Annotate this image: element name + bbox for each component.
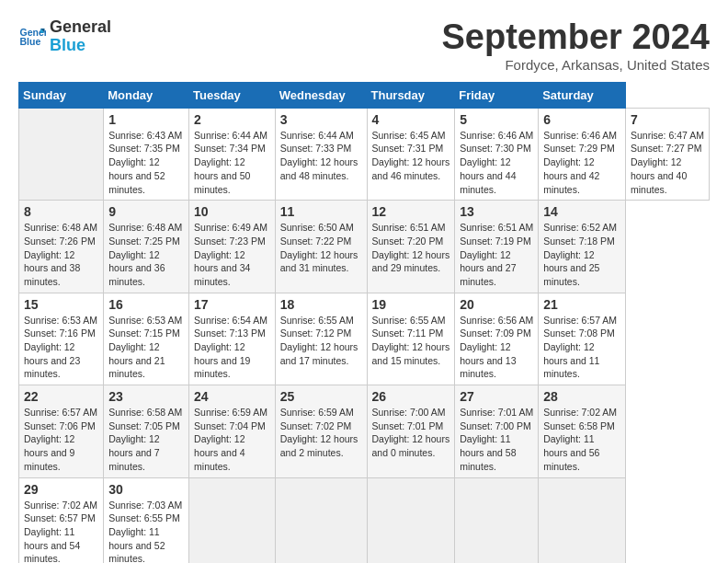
weekday-header-row: SundayMondayTuesdayWednesdayThursdayFrid… xyxy=(19,82,710,108)
day-number: 18 xyxy=(280,297,362,312)
calendar-day-cell: 27Sunrise: 7:01 AMSunset: 7:00 PMDayligh… xyxy=(455,385,539,477)
day-info: Sunrise: 6:51 AMSunset: 7:19 PMDaylight:… xyxy=(460,221,533,288)
weekday-header-monday: Monday xyxy=(104,82,189,108)
day-number: 26 xyxy=(372,389,450,404)
day-number: 29 xyxy=(24,482,98,497)
weekday-header-tuesday: Tuesday xyxy=(189,82,276,108)
empty-cell xyxy=(19,108,104,200)
day-info: Sunrise: 6:43 AMSunset: 7:35 PMDaylight:… xyxy=(108,129,184,196)
calendar-day-cell: 21Sunrise: 6:57 AMSunset: 7:08 PMDayligh… xyxy=(539,293,626,385)
calendar-day-cell: 19Sunrise: 6:55 AMSunset: 7:11 PMDayligh… xyxy=(367,293,455,385)
calendar-day-cell: 28Sunrise: 7:02 AMSunset: 6:58 PMDayligh… xyxy=(539,385,626,477)
calendar-week-row: 1Sunrise: 6:43 AMSunset: 7:35 PMDaylight… xyxy=(19,108,710,200)
day-info: Sunrise: 6:58 AMSunset: 7:05 PMDaylight:… xyxy=(108,406,184,473)
day-info: Sunrise: 6:51 AMSunset: 7:20 PMDaylight:… xyxy=(372,221,450,275)
calendar-day-cell: 4Sunrise: 6:45 AMSunset: 7:31 PMDaylight… xyxy=(367,108,455,200)
day-info: Sunrise: 6:44 AMSunset: 7:34 PMDaylight:… xyxy=(194,129,270,196)
day-number: 21 xyxy=(543,297,620,312)
day-info: Sunrise: 7:01 AMSunset: 7:00 PMDaylight:… xyxy=(460,406,533,473)
calendar-day-cell xyxy=(189,477,276,563)
calendar-day-cell xyxy=(455,477,539,563)
day-info: Sunrise: 6:49 AMSunset: 7:23 PMDaylight:… xyxy=(194,221,270,288)
day-number: 28 xyxy=(543,389,620,404)
calendar-day-cell: 24Sunrise: 6:59 AMSunset: 7:04 PMDayligh… xyxy=(189,385,276,477)
day-number: 23 xyxy=(108,389,184,404)
calendar-week-row: 8Sunrise: 6:48 AMSunset: 7:26 PMDaylight… xyxy=(19,201,710,293)
day-info: Sunrise: 6:50 AMSunset: 7:22 PMDaylight:… xyxy=(280,221,362,275)
calendar-day-cell: 20Sunrise: 6:56 AMSunset: 7:09 PMDayligh… xyxy=(455,293,539,385)
calendar-week-row: 22Sunrise: 6:57 AMSunset: 7:06 PMDayligh… xyxy=(19,385,710,477)
calendar-day-cell: 26Sunrise: 7:00 AMSunset: 7:01 PMDayligh… xyxy=(367,385,455,477)
calendar-day-cell: 18Sunrise: 6:55 AMSunset: 7:12 PMDayligh… xyxy=(275,293,367,385)
svg-text:Blue: Blue xyxy=(20,36,41,47)
calendar-day-cell: 8Sunrise: 6:48 AMSunset: 7:26 PMDaylight… xyxy=(19,201,104,293)
logo-icon: General Blue xyxy=(18,23,46,51)
day-number: 1 xyxy=(108,112,184,127)
calendar-day-cell xyxy=(367,477,455,563)
calendar-day-cell: 6Sunrise: 6:46 AMSunset: 7:29 PMDaylight… xyxy=(539,108,626,200)
day-number: 16 xyxy=(108,297,184,312)
day-number: 4 xyxy=(372,112,450,127)
calendar-day-cell xyxy=(275,477,367,563)
day-number: 10 xyxy=(194,204,270,219)
calendar-day-cell: 14Sunrise: 6:52 AMSunset: 7:18 PMDayligh… xyxy=(539,201,626,293)
calendar-day-cell: 12Sunrise: 6:51 AMSunset: 7:20 PMDayligh… xyxy=(367,201,455,293)
calendar-day-cell: 7Sunrise: 6:47 AMSunset: 7:27 PMDaylight… xyxy=(625,108,709,200)
day-number: 7 xyxy=(631,112,704,127)
logo-line1: General xyxy=(50,18,111,37)
calendar-day-cell: 3Sunrise: 6:44 AMSunset: 7:33 PMDaylight… xyxy=(275,108,367,200)
month-title: September 2024 xyxy=(442,18,711,57)
calendar-day-cell: 17Sunrise: 6:54 AMSunset: 7:13 PMDayligh… xyxy=(189,293,276,385)
day-info: Sunrise: 6:46 AMSunset: 7:29 PMDaylight:… xyxy=(543,129,620,196)
day-info: Sunrise: 7:02 AMSunset: 6:58 PMDaylight:… xyxy=(543,406,620,473)
day-info: Sunrise: 6:59 AMSunset: 7:02 PMDaylight:… xyxy=(280,406,362,460)
day-info: Sunrise: 6:57 AMSunset: 7:08 PMDaylight:… xyxy=(543,314,620,381)
day-number: 24 xyxy=(194,389,270,404)
calendar-week-row: 15Sunrise: 6:53 AMSunset: 7:16 PMDayligh… xyxy=(19,293,710,385)
day-number: 13 xyxy=(460,204,533,219)
day-number: 30 xyxy=(108,482,184,497)
day-info: Sunrise: 6:47 AMSunset: 7:27 PMDaylight:… xyxy=(631,129,704,196)
day-number: 6 xyxy=(543,112,620,127)
day-number: 14 xyxy=(543,204,620,219)
calendar-day-cell: 22Sunrise: 6:57 AMSunset: 7:06 PMDayligh… xyxy=(19,385,104,477)
calendar-day-cell: 9Sunrise: 6:48 AMSunset: 7:25 PMDaylight… xyxy=(104,201,189,293)
day-info: Sunrise: 6:57 AMSunset: 7:06 PMDaylight:… xyxy=(24,406,98,473)
day-number: 17 xyxy=(194,297,270,312)
day-info: Sunrise: 6:59 AMSunset: 7:04 PMDaylight:… xyxy=(194,406,270,473)
location-subtitle: Fordyce, Arkansas, United States xyxy=(442,57,711,73)
calendar-day-cell: 23Sunrise: 6:58 AMSunset: 7:05 PMDayligh… xyxy=(104,385,189,477)
weekday-header-thursday: Thursday xyxy=(367,82,455,108)
calendar-day-cell: 13Sunrise: 6:51 AMSunset: 7:19 PMDayligh… xyxy=(455,201,539,293)
day-info: Sunrise: 6:53 AMSunset: 7:16 PMDaylight:… xyxy=(24,314,98,381)
weekday-header-saturday: Saturday xyxy=(539,82,626,108)
day-number: 11 xyxy=(280,204,362,219)
day-info: Sunrise: 6:56 AMSunset: 7:09 PMDaylight:… xyxy=(460,314,533,381)
logo: General Blue General Blue xyxy=(18,18,111,55)
day-number: 15 xyxy=(24,297,98,312)
day-number: 2 xyxy=(194,112,270,127)
day-info: Sunrise: 6:45 AMSunset: 7:31 PMDaylight:… xyxy=(372,129,450,183)
day-number: 25 xyxy=(280,389,362,404)
calendar-day-cell: 10Sunrise: 6:49 AMSunset: 7:23 PMDayligh… xyxy=(189,201,276,293)
day-info: Sunrise: 6:54 AMSunset: 7:13 PMDaylight:… xyxy=(194,314,270,381)
title-area: September 2024 Fordyce, Arkansas, United… xyxy=(442,18,711,73)
day-number: 12 xyxy=(372,204,450,219)
day-number: 9 xyxy=(108,204,184,219)
day-number: 5 xyxy=(460,112,533,127)
calendar-day-cell: 5Sunrise: 6:46 AMSunset: 7:30 PMDaylight… xyxy=(455,108,539,200)
day-info: Sunrise: 6:46 AMSunset: 7:30 PMDaylight:… xyxy=(460,129,533,196)
calendar-day-cell: 25Sunrise: 6:59 AMSunset: 7:02 PMDayligh… xyxy=(275,385,367,477)
page-header: General Blue General Blue September 2024… xyxy=(18,18,710,73)
logo-text: General Blue xyxy=(50,18,111,55)
calendar-day-cell: 11Sunrise: 6:50 AMSunset: 7:22 PMDayligh… xyxy=(275,201,367,293)
calendar-table: SundayMondayTuesdayWednesdayThursdayFrid… xyxy=(18,82,710,563)
day-number: 27 xyxy=(460,389,533,404)
day-info: Sunrise: 7:00 AMSunset: 7:01 PMDaylight:… xyxy=(372,406,450,460)
calendar-day-cell: 1Sunrise: 6:43 AMSunset: 7:35 PMDaylight… xyxy=(104,108,189,200)
day-number: 20 xyxy=(460,297,533,312)
day-info: Sunrise: 6:48 AMSunset: 7:26 PMDaylight:… xyxy=(24,221,98,288)
calendar-day-cell: 15Sunrise: 6:53 AMSunset: 7:16 PMDayligh… xyxy=(19,293,104,385)
logo-line2: Blue xyxy=(50,37,111,55)
weekday-header-friday: Friday xyxy=(455,82,539,108)
